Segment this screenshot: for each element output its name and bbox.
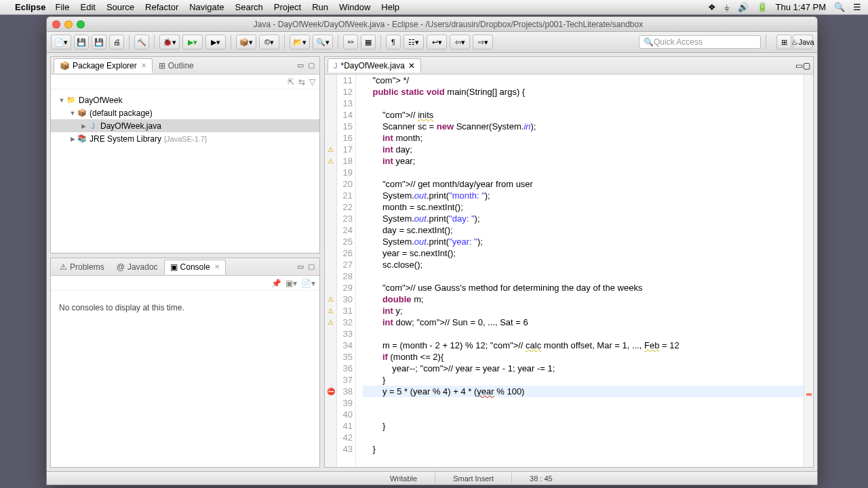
tree-jre-library[interactable]: ▶📚JRE System Library[JavaSE-1.7] [51,132,319,145]
maximize-view-icon[interactable]: ▢ [306,262,317,272]
debug-button[interactable]: 🐞▾ [159,35,180,49]
titlebar: Java - DayOfWeek/DayOfWeek.java - Eclips… [47,17,817,32]
run-button[interactable]: ▶▾ [182,35,203,49]
tree-project[interactable]: ▼📁DayOfWeek [51,94,319,106]
forward-button[interactable]: ⇨▾ [473,35,493,49]
tree-default-package[interactable]: ▼📦(default package) [51,106,319,119]
minimize-view-icon[interactable]: ▭ [295,262,306,272]
tab-problems[interactable]: ⚠ Problems [54,260,111,274]
editor-tab-dayofweek[interactable]: J*DayOfWeek.java✕ [328,58,421,73]
toggle-mark-button[interactable]: ✏ [343,35,358,49]
menu-window[interactable]: Window [339,2,370,12]
minimize-window-button[interactable] [64,20,73,28]
package-tree[interactable]: ▼📁DayOfWeek ▼📦(default package) ▶JDayOfW… [51,89,319,253]
menu-navigate[interactable]: Navigate [189,2,224,12]
wifi-icon[interactable]: ⏚ [724,2,730,12]
back-button[interactable]: ⇦▾ [450,35,470,49]
mac-menubar: Eclipse File Edit Source Refactor Naviga… [0,0,868,15]
open-type-button[interactable]: 📂▾ [290,35,310,49]
menu-edit[interactable]: Edit [80,2,95,12]
annotations-button[interactable]: ☷▾ [403,35,424,49]
search-button[interactable]: 🔍▾ [313,35,333,49]
display-console-icon[interactable]: ▣▾ [285,279,297,288]
save-button[interactable]: 💾 [74,35,89,49]
tab-package-explorer[interactable]: 📦 Package Explorer✕ [54,58,153,73]
tab-outline[interactable]: ⊞ Outline [153,58,200,73]
menu-refactor[interactable]: Refactor [145,2,178,12]
minimize-editor-icon[interactable]: ▭ [795,61,803,70]
zoom-window-button[interactable] [77,20,85,28]
eclipse-window: Java - DayOfWeek/DayOfWeek.java - Eclips… [46,16,818,485]
new-package-button[interactable]: 📦▾ [236,35,256,49]
code-editor[interactable]: ⚠⚠⚠⚠⚠⛔ 111213141516171819202122232425262… [325,75,813,467]
run-last-button[interactable]: ▶▾ [205,35,226,49]
menu-file[interactable]: File [56,2,70,12]
statusbar: Writable Smart Insert 38 : 45 [47,471,817,485]
close-icon[interactable]: ✕ [408,61,415,70]
window-title: Java - DayOfWeek/DayOfWeek.java - Eclips… [85,20,812,29]
status-cursor-position: 38 : 45 [511,472,570,485]
build-button[interactable]: 🔨 [134,35,149,49]
notifications-icon[interactable]: ☰ [853,2,861,12]
spotlight-icon[interactable]: 🔍 [834,2,845,12]
overview-ruler[interactable] [804,75,813,467]
volume-icon[interactable]: 🔊 [738,2,749,12]
open-console-icon[interactable]: 📄▾ [301,279,315,288]
clock[interactable]: Thu 1:47 PM [776,2,826,12]
maximize-editor-icon[interactable]: ▢ [803,61,810,70]
package-explorer-view: 📦 Package Explorer✕ ⊞ Outline ▭ ▢ ⇱ ⇆ ▽ … [50,56,320,253]
menu-project[interactable]: Project [274,2,301,12]
close-icon[interactable]: ✕ [214,263,220,270]
quick-access-input[interactable]: 🔍 Quick Access [639,35,761,49]
print-button[interactable]: 🖨 [109,35,124,49]
editor-view: J*DayOfWeek.java✕ ▭ ▢ ⚠⚠⚠⚠⚠⛔ 11121314151… [324,56,814,468]
status-insert-mode: Smart Insert [435,472,511,485]
collapse-all-icon[interactable]: ⇱ [288,77,294,87]
close-window-button[interactable] [52,20,60,28]
console-empty-message: No consoles to display at this time. [51,295,319,321]
toggle-block-button[interactable]: ▦ [361,35,376,49]
open-perspective-button[interactable]: ⊞ [776,35,791,49]
tab-javadoc[interactable]: @ Javadoc [111,260,164,274]
menu-search[interactable]: Search [235,2,263,12]
bottom-view: ⚠ Problems @ Javadoc ▣ Console✕ ▭ ▢ 📌 ▣▾… [50,258,320,468]
menu-help[interactable]: Help [381,2,399,12]
pin-console-icon[interactable]: 📌 [271,279,281,288]
save-all-button[interactable]: 💾 [92,35,106,49]
next-annotation-button[interactable]: ↩▾ [427,35,447,49]
view-menu-icon[interactable]: ▽ [309,77,315,87]
maximize-view-icon[interactable]: ▢ [306,60,317,71]
new-class-button[interactable]: ©▾ [259,35,279,49]
main-toolbar: 📄▾ 💾 💾 🖨 🔨 🐞▾ ▶▾ ▶▾ 📦▾ ©▾ 📂▾ 🔍▾ ✏ ▦ ¶ ☷▾… [47,32,817,53]
new-button[interactable]: 📄▾ [51,35,71,49]
minimize-view-icon[interactable]: ▭ [295,60,306,71]
show-whitespace-button[interactable]: ¶ [386,35,401,49]
tree-file-dayofweek[interactable]: ▶JDayOfWeek.java [51,119,319,132]
overview-error-marker[interactable] [806,393,812,396]
link-editor-icon[interactable]: ⇆ [298,77,305,87]
menu-run[interactable]: Run [312,2,328,12]
status-writable: Writable [372,472,435,485]
menu-source[interactable]: Source [106,2,134,12]
tab-console[interactable]: ▣ Console✕ [164,260,226,274]
battery-icon[interactable]: 🔋 [757,2,768,12]
java-perspective-button[interactable]: ♨ Java [793,35,813,49]
app-name[interactable]: Eclipse [15,2,46,12]
status-icon[interactable]: ❖ [708,2,716,12]
close-icon[interactable]: ✕ [141,62,146,69]
